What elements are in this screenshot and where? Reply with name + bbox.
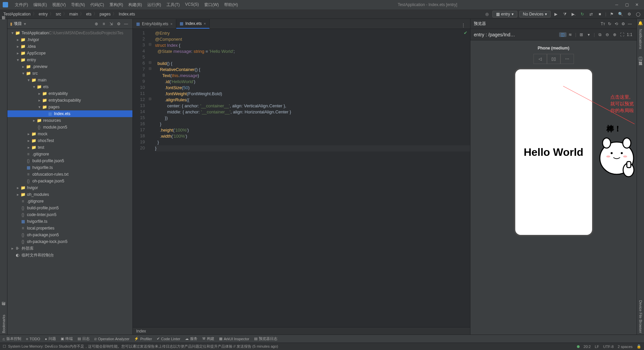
bottom-tool-Profiler[interactable]: ⚡Profiler bbox=[134, 337, 152, 341]
breadcrumb-item[interactable]: pages bbox=[99, 12, 111, 16]
target-icon[interactable]: ◎ bbox=[484, 11, 490, 18]
tree-row[interactable]: ▾📁main bbox=[7, 77, 132, 83]
tree-row[interactable]: ▾📁ets bbox=[7, 83, 132, 90]
attach-icon[interactable]: ⇄ bbox=[588, 11, 594, 18]
hide-icon[interactable]: — bbox=[626, 21, 633, 27]
menu-VCS(S)[interactable]: VCS(S) bbox=[182, 2, 202, 8]
search-icon[interactable]: 🔍 bbox=[617, 11, 624, 18]
layers-icon[interactable]: ≋ bbox=[566, 32, 574, 37]
breadcrumb-item[interactable]: TestApplication bbox=[3, 12, 31, 16]
menu-帮助(H)[interactable]: 帮助(H) bbox=[221, 2, 241, 8]
tree-row[interactable]: ▦hvigorfile.ts bbox=[7, 218, 132, 225]
tree-row[interactable]: ▦Index.ets bbox=[7, 110, 132, 117]
zoom-in-icon[interactable]: ⊕ bbox=[611, 32, 618, 37]
expand-icon[interactable]: ⇲ bbox=[108, 22, 115, 26]
tree-row[interactable]: ◐临时文件和控制台 bbox=[7, 252, 132, 258]
tree-row[interactable]: {}oh-package.json5 bbox=[7, 232, 132, 238]
restart-icon[interactable]: ↻ bbox=[579, 11, 586, 18]
tree-row[interactable]: ▾📁entry bbox=[7, 57, 132, 63]
more-button[interactable]: ⋯ bbox=[560, 54, 574, 64]
menu-运行(R)[interactable]: 运行(R) bbox=[145, 2, 164, 8]
refresh-icon[interactable]: ↻ bbox=[606, 21, 613, 27]
tree-row[interactable]: {}oh-package-lock.json5 bbox=[7, 238, 132, 245]
tree-row[interactable]: ▸📁entryability bbox=[7, 90, 132, 97]
tree-row[interactable]: ▸📁.idea bbox=[7, 43, 132, 50]
bottom-tool-问题[interactable]: ●问题 bbox=[45, 336, 56, 341]
stop-icon[interactable]: ■ bbox=[596, 11, 603, 18]
caret-position[interactable]: 20:2 bbox=[584, 345, 591, 349]
bottom-tool-构建[interactable]: ⚒构建 bbox=[202, 336, 214, 341]
project-tree[interactable]: ▾📁TestApplication C:\Users\MSN\DevEcoStu… bbox=[7, 29, 132, 335]
device-selector[interactable]: No Devices ▾ bbox=[519, 11, 551, 18]
dropdown-icon[interactable]: ▾ bbox=[24, 22, 26, 26]
tree-row[interactable]: ▸📁.preview bbox=[7, 63, 132, 70]
debug-icon[interactable]: ⧩ bbox=[561, 11, 568, 18]
tree-row[interactable]: ≡.gitignore bbox=[7, 198, 132, 205]
tree-row[interactable]: ▸📁hvigor bbox=[7, 184, 132, 191]
tree-row[interactable]: ▸📁mock bbox=[7, 131, 132, 137]
run-config-module[interactable]: ▦ entry ▾ bbox=[492, 11, 517, 18]
left-tab-bookmarks[interactable]: Bookmarks bbox=[2, 313, 6, 335]
lock-icon[interactable]: 🔒 bbox=[637, 344, 641, 349]
tree-row[interactable]: ▾📁src bbox=[7, 70, 132, 77]
settings-icon[interactable]: ⚙ bbox=[626, 11, 633, 18]
menu-视图(V)[interactable]: 视图(V) bbox=[50, 2, 68, 8]
split-button[interactable]: ▯▯ bbox=[547, 54, 560, 64]
file-encoding[interactable]: UTF-8 bbox=[603, 345, 614, 349]
dropdown-icon[interactable]: ▾ bbox=[585, 32, 592, 37]
bottom-tool-ArkUI Inspector[interactable]: ▦ArkUI Inspector bbox=[219, 337, 249, 341]
event-icon[interactable]: ☐ bbox=[3, 344, 6, 349]
breadcrumb-item[interactable]: src bbox=[55, 12, 62, 16]
coverage-icon[interactable]: ▶. bbox=[570, 11, 577, 18]
menu-窗口(W)[interactable]: 窗口(W) bbox=[202, 2, 221, 8]
breadcrumb-item[interactable]: ets bbox=[85, 12, 92, 16]
zoom-label[interactable]: 1:1 bbox=[626, 32, 633, 37]
minimize-button[interactable]: ─ bbox=[614, 2, 619, 7]
tree-row[interactable]: ▸📁entrybackupability bbox=[7, 97, 132, 104]
run-icon[interactable]: ▶ bbox=[553, 11, 559, 18]
menu-代码(C)[interactable]: 代码(C) bbox=[88, 2, 107, 8]
tree-row[interactable]: ▸📁resources bbox=[7, 117, 132, 124]
tree-row[interactable]: ▸⊪外部库 bbox=[7, 245, 132, 252]
tree-row[interactable]: ▸📁test bbox=[7, 144, 132, 151]
flag-icon[interactable]: ⚑ bbox=[608, 11, 615, 18]
bottom-tool-TODO[interactable]: ≡TODO bbox=[26, 337, 40, 341]
close-tab-icon[interactable]: × bbox=[204, 22, 206, 26]
bottom-tool-日志[interactable]: ▤日志 bbox=[78, 336, 90, 341]
right-tab-inspection[interactable]: 应用与服务体检 bbox=[638, 53, 643, 55]
crop-icon[interactable]: ⧉ bbox=[596, 32, 604, 37]
menu-构建(B)[interactable]: 构建(B) bbox=[126, 2, 145, 8]
left-tab-structure[interactable]: 结构 bbox=[1, 307, 6, 310]
menu-导航(N)[interactable]: 导航(N) bbox=[68, 2, 88, 8]
tree-row[interactable]: ≡obfuscation-rules.txt bbox=[7, 171, 132, 178]
tree-row[interactable]: {}build-profile.json5 bbox=[7, 158, 132, 164]
right-tab-notifications[interactable]: Notifications bbox=[639, 28, 643, 50]
grid-icon[interactable]: ⊞ bbox=[578, 32, 585, 37]
breadcrumb-item[interactable]: entry bbox=[38, 12, 49, 16]
bell-icon[interactable]: 🔔 bbox=[638, 21, 643, 26]
collapse-icon[interactable]: ≡ bbox=[100, 22, 108, 26]
fullscreen-icon[interactable]: ⛶ bbox=[618, 32, 626, 37]
tree-row[interactable]: ▾📁pages bbox=[7, 104, 132, 110]
left-tab-project[interactable]: 项目 bbox=[1, 21, 6, 24]
inspect-icon[interactable]: ◫ bbox=[559, 32, 566, 37]
bottom-tool-服务[interactable]: ☁服务 bbox=[185, 336, 197, 341]
bottom-tool-版本控制[interactable]: ⎌版本控制 bbox=[3, 336, 21, 341]
back-button[interactable]: ◁ bbox=[533, 54, 547, 64]
tree-row[interactable]: ▸📁oh_modules bbox=[7, 191, 132, 198]
phone-preview[interactable]: Hello World bbox=[514, 68, 593, 236]
tree-row[interactable]: ▸📁ohosTest bbox=[7, 137, 132, 144]
tree-row[interactable]: {}module.json5 bbox=[7, 124, 132, 131]
close-button[interactable]: ✕ bbox=[635, 2, 639, 7]
right-tab-device-browser[interactable]: Device File Browser bbox=[639, 299, 643, 335]
editor-tab[interactable]: ▦EntryAbility.ets× bbox=[133, 19, 176, 29]
tree-row[interactable]: ▸📁.hvigor bbox=[7, 36, 132, 43]
tree-row[interactable]: {}build-profile.json5 bbox=[7, 205, 132, 211]
user-icon[interactable]: ◯ bbox=[635, 11, 641, 18]
code-editor[interactable]: 1234567891011121314151617181920 ⊟⊟⊟⊟ @En… bbox=[133, 29, 470, 327]
breadcrumb-item[interactable]: Index.ets bbox=[118, 12, 136, 16]
zoom-out-icon[interactable]: ⊖ bbox=[604, 32, 611, 37]
locate-icon[interactable]: ⊕ bbox=[93, 22, 100, 26]
hide-icon[interactable]: — bbox=[122, 22, 130, 26]
indent-setting[interactable]: 2 spaces bbox=[618, 345, 633, 349]
